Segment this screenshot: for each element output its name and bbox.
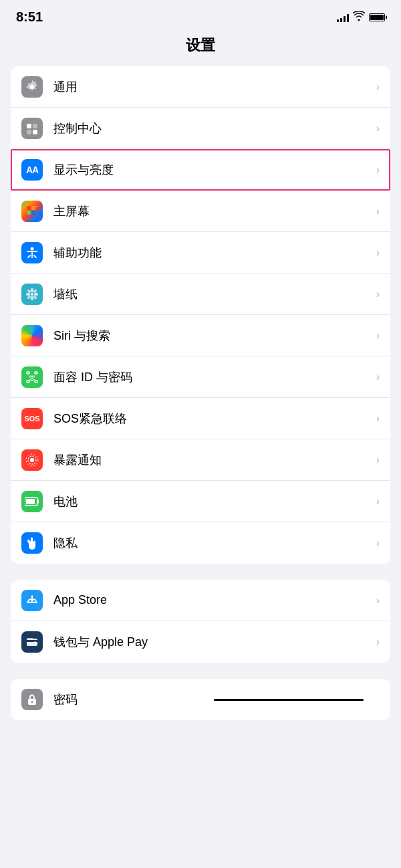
chevron-icon: › bbox=[376, 636, 380, 648]
chevron-icon: › bbox=[376, 205, 380, 217]
settings-item-tongyong[interactable]: 通用 › bbox=[11, 66, 390, 108]
sos-icon: SOS bbox=[21, 408, 43, 429]
status-icons bbox=[337, 11, 385, 23]
chevron-icon: › bbox=[376, 371, 380, 383]
svg-rect-8 bbox=[36, 206, 37, 207]
status-time: 8:51 bbox=[16, 9, 43, 25]
svg-point-12 bbox=[31, 296, 33, 300]
chevron-icon: › bbox=[376, 413, 380, 425]
wallet-label: 钱包与 Apple Pay bbox=[53, 634, 371, 650]
baolu-label: 暴露通知 bbox=[53, 452, 371, 468]
yinsi-label: 隐私 bbox=[53, 535, 371, 551]
grid-icon bbox=[21, 201, 43, 222]
settings-item-baolu[interactable]: 暴露通知 › bbox=[11, 439, 390, 481]
svg-rect-7 bbox=[31, 211, 35, 215]
accessibility-icon bbox=[21, 242, 43, 263]
settings-item-zhupingmu[interactable]: 主屏幕 › bbox=[11, 191, 390, 232]
settings-section-2: App Store › 钱包与 Apple Pay › bbox=[11, 580, 390, 663]
svg-point-11 bbox=[31, 288, 33, 292]
chevron-icon: › bbox=[376, 288, 380, 300]
settings-item-wallet[interactable]: 钱包与 Apple Pay › bbox=[11, 621, 390, 663]
wifi-icon bbox=[353, 11, 365, 23]
hand-icon bbox=[21, 532, 43, 554]
settings-item-qiangzhi[interactable]: 墙纸 › bbox=[11, 274, 390, 315]
appstore-label: App Store bbox=[53, 593, 371, 607]
svg-rect-4 bbox=[27, 206, 31, 210]
password-icon bbox=[21, 689, 43, 710]
chevron-icon: › bbox=[376, 330, 380, 342]
status-bar: 8:51 bbox=[0, 0, 401, 30]
chevron-icon: › bbox=[376, 496, 380, 508]
chevron-icon: › bbox=[376, 454, 380, 466]
svg-rect-30 bbox=[26, 499, 35, 504]
svg-point-16 bbox=[33, 294, 37, 299]
svg-point-15 bbox=[27, 288, 31, 293]
svg-point-17 bbox=[33, 288, 37, 293]
svg-rect-5 bbox=[31, 206, 35, 210]
battery-icon bbox=[369, 13, 385, 21]
svg-point-10 bbox=[31, 293, 33, 296]
gear-icon bbox=[21, 76, 43, 98]
chevron-icon: › bbox=[376, 81, 380, 93]
settings-item-mianrongid[interactable]: 面容 ID 与密码 › bbox=[11, 356, 390, 398]
chevron-icon: › bbox=[376, 247, 380, 259]
svg-rect-1 bbox=[33, 124, 37, 128]
svg-point-13 bbox=[26, 293, 30, 296]
svg-rect-2 bbox=[27, 130, 31, 134]
settings-section-3-partial: 密码 bbox=[11, 679, 390, 720]
settings-item-diandian[interactable]: 电池 › bbox=[11, 481, 390, 522]
battery-settings-icon bbox=[21, 491, 43, 512]
settings-item-password[interactable]: 密码 bbox=[11, 679, 390, 720]
password-label: 密码 bbox=[53, 691, 203, 708]
xianshiyuliangdu-label: 显示与亮度 bbox=[53, 162, 371, 178]
flower-icon bbox=[21, 284, 43, 305]
chevron-icon: › bbox=[376, 164, 380, 176]
settings-item-xianshiyuliangdu[interactable]: AA 显示与亮度 › bbox=[11, 149, 390, 191]
svg-rect-19 bbox=[27, 372, 29, 374]
svg-point-14 bbox=[34, 293, 38, 296]
sos-label: SOS紧急联络 bbox=[53, 411, 371, 427]
chevron-icon: › bbox=[376, 594, 380, 607]
svg-rect-22 bbox=[35, 381, 37, 383]
svg-rect-21 bbox=[27, 381, 29, 383]
settings-item-siri[interactable]: Siri 与搜索 › bbox=[11, 315, 390, 356]
exposure-icon bbox=[21, 449, 43, 471]
svg-rect-3 bbox=[33, 130, 37, 134]
settings-item-fuzhuguneng[interactable]: 辅助功能 › bbox=[11, 232, 390, 274]
tongyong-label: 通用 bbox=[53, 79, 371, 95]
svg-point-18 bbox=[27, 294, 31, 299]
settings-item-sos[interactable]: SOS SOS紧急联络 › bbox=[11, 398, 390, 439]
toggle-icon bbox=[21, 118, 43, 139]
settings-item-appstore[interactable]: App Store › bbox=[11, 580, 390, 621]
appstore-icon bbox=[21, 590, 43, 611]
svg-point-9 bbox=[31, 247, 34, 250]
diandian-label: 电池 bbox=[53, 494, 371, 510]
zhupingmu-label: 主屏幕 bbox=[53, 203, 371, 219]
svg-rect-20 bbox=[35, 372, 37, 374]
kongzhizhongxin-label: 控制中心 bbox=[53, 120, 371, 136]
svg-rect-0 bbox=[27, 124, 31, 128]
faceid-icon bbox=[21, 366, 43, 388]
siri-icon bbox=[21, 325, 43, 346]
settings-section-1: 通用 › 控制中心 › AA 显示与亮度 › bbox=[11, 66, 390, 564]
svg-rect-33 bbox=[34, 642, 36, 644]
svg-rect-6 bbox=[27, 211, 31, 215]
settings-item-yinsi[interactable]: 隐私 › bbox=[11, 522, 390, 564]
svg-point-26 bbox=[30, 458, 34, 462]
siri-label: Siri 与搜索 bbox=[53, 328, 371, 344]
wallet-icon bbox=[21, 631, 43, 653]
chevron-icon: › bbox=[376, 537, 380, 549]
qiangzhi-label: 墙纸 bbox=[53, 286, 371, 302]
svg-point-36 bbox=[31, 701, 33, 703]
chevron-icon: › bbox=[376, 122, 380, 134]
aa-icon: AA bbox=[21, 159, 43, 181]
mianrongid-label: 面容 ID 与密码 bbox=[53, 369, 371, 385]
page-title: 设置 bbox=[0, 30, 401, 66]
fuzhuguneng-label: 辅助功能 bbox=[53, 245, 371, 261]
svg-rect-34 bbox=[27, 638, 33, 640]
settings-item-kongzhizhongxin[interactable]: 控制中心 › bbox=[11, 108, 390, 149]
signal-icon bbox=[337, 13, 349, 22]
